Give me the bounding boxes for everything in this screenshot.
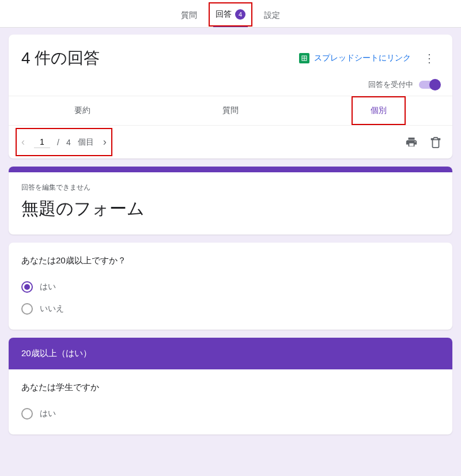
accepting-label: 回答を受付中: [368, 80, 413, 90]
tab-responses[interactable]: 回答 4: [213, 6, 248, 27]
tab-settings[interactable]: 設定: [262, 7, 282, 27]
question-2-text: あなたは学生ですか: [21, 382, 440, 393]
trash-icon: [429, 136, 442, 149]
sheets-link-label: スプレッドシートにリンク: [314, 53, 411, 63]
subtab-individual[interactable]: 個別: [304, 96, 452, 125]
responses-card: 4 件の回答 スプレッドシートにリンク ⋮ 回答を受付中 要約 質問 個別: [9, 35, 452, 158]
responses-title: 4 件の回答: [21, 47, 100, 69]
sheets-icon: [299, 53, 309, 63]
print-icon: [405, 136, 418, 149]
more-menu-button[interactable]: ⋮: [419, 49, 440, 67]
pager-prev-button[interactable]: ‹: [19, 134, 27, 150]
pager-suffix: 個目: [78, 137, 94, 148]
pager-next-button[interactable]: ›: [101, 134, 109, 150]
section-card-2: 20歳以上（はい） あなたは学生ですか はい: [9, 338, 452, 435]
q1-option-no: いいえ: [21, 303, 440, 315]
radio-unchecked-icon: [21, 408, 33, 420]
link-to-sheets-button[interactable]: スプレッドシートにリンク: [299, 53, 411, 63]
subtab-summary[interactable]: 要約: [9, 96, 157, 125]
question-1-text: あなたは20歳以上ですか？: [21, 255, 440, 266]
response-subtabs: 要約 質問 個別: [9, 96, 452, 125]
top-tabs: 質問 回答 4 設定: [0, 0, 461, 28]
q1-option-yes: はい: [21, 281, 440, 293]
accepting-toggle[interactable]: [419, 81, 440, 89]
question-card-1: あなたは20歳以上ですか？ はい いいえ: [9, 243, 452, 330]
radio-unchecked-icon: [21, 303, 33, 315]
form-title: 無題のフォーム: [21, 197, 440, 221]
pager-separator: /: [57, 138, 59, 147]
form-title-card: 回答を編集できません 無題のフォーム: [9, 167, 452, 235]
delete-button[interactable]: [429, 136, 442, 149]
accent-bar: [9, 167, 452, 172]
radio-checked-icon: [21, 281, 33, 293]
subtab-individual-label: 個別: [371, 105, 387, 115]
pager-total: 4: [66, 138, 71, 147]
q2-option-yes-label: はい: [40, 409, 56, 419]
pager-current-input[interactable]: [34, 136, 50, 148]
responses-count-badge: 4: [235, 9, 245, 20]
response-pager: ‹ / 4 個目 ›: [19, 134, 109, 150]
q1-option-no-label: いいえ: [40, 304, 64, 314]
tab-responses-label: 回答: [216, 9, 232, 20]
tab-questions[interactable]: 質問: [179, 7, 199, 27]
print-button[interactable]: [405, 136, 418, 149]
section-2-header: 20歳以上（はい）: [9, 338, 452, 369]
highlight-pager: [16, 128, 112, 156]
subtab-question[interactable]: 質問: [157, 96, 305, 125]
cannot-edit-label: 回答を編集できません: [21, 183, 440, 192]
q1-option-yes-label: はい: [40, 282, 56, 292]
q2-option-yes: はい: [21, 408, 440, 420]
